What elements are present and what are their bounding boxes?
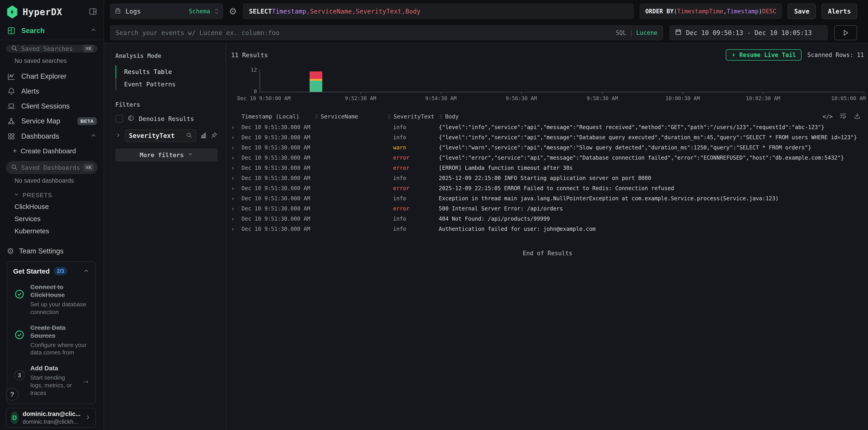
download-icon[interactable]: [854, 112, 861, 121]
shortcut-badge: ⌘K: [83, 164, 94, 171]
lucene-toggle[interactable]: Lucene: [636, 29, 657, 36]
y-axis-tick: 12: [251, 67, 257, 73]
column-timestamp[interactable]: Timestamp (Local): [242, 113, 314, 120]
saved-searches-search[interactable]: ⌘K: [6, 45, 98, 53]
chevron-up-icon[interactable]: [90, 132, 97, 141]
event-search-input[interactable]: [116, 29, 611, 37]
chevron-right-icon[interactable]: [115, 132, 121, 139]
search-icon: [11, 45, 18, 53]
language-toggle[interactable]: SQL | Lucene: [616, 29, 657, 36]
sidebar-item-chart-explorer[interactable]: Chart Explorer: [0, 69, 103, 84]
table-row[interactable]: › Dec 10 9:51:30.000 AM error {"level":"…: [231, 153, 864, 163]
user-card[interactable]: D dominic.tran@clic... dominic.tran@clic…: [6, 408, 96, 428]
presets-toggle[interactable]: PRESETS: [0, 189, 103, 201]
plus-icon: +: [13, 147, 17, 155]
alerts-button[interactable]: Alerts: [822, 4, 857, 19]
chevron-up-icon[interactable]: [83, 267, 90, 275]
row-expand-chevron[interactable]: ›: [231, 226, 242, 232]
table-row[interactable]: › Dec 10 9:51:30.000 AM warn {"level":"w…: [231, 142, 864, 153]
preset-clickhouse[interactable]: ClickHouse: [0, 201, 103, 213]
row-expand-chevron[interactable]: ›: [231, 175, 242, 181]
mode-event-patterns[interactable]: Event Patterns: [115, 78, 218, 91]
table-row[interactable]: › Dec 10 9:51:30.000 AM info Exception i…: [231, 193, 864, 203]
severity-filter-field[interactable]: SeverityText: [125, 129, 196, 142]
row-timestamp: Dec 10 9:51:30.000 AM: [242, 216, 314, 222]
table-row[interactable]: › Dec 10 9:51:30.000 AM info Authenticat…: [231, 224, 864, 234]
create-dashboard-button[interactable]: + Create Dashboard: [0, 144, 103, 157]
sidebar-item-dashboards[interactable]: Dashboards: [0, 129, 103, 144]
preset-services[interactable]: Services: [0, 213, 103, 225]
get-started-step-connect[interactable]: Connect to ClickHouse Set up your databa…: [13, 283, 90, 316]
table-row[interactable]: › Dec 10 9:51:30.000 AM info {"level":"i…: [231, 132, 864, 142]
sidebar-item-label: Chart Explorer: [21, 72, 66, 80]
pin-icon[interactable]: [211, 132, 218, 139]
row-expand-chevron[interactable]: ›: [231, 185, 242, 192]
dashboards-icon: [7, 132, 16, 140]
table-row[interactable]: › Dec 10 9:51:30.000 AM error 2025-12-09…: [231, 183, 864, 193]
row-body: Exception in thread main java.lang.NullP…: [439, 195, 864, 202]
chevron-up-icon[interactable]: [90, 27, 97, 35]
table-row[interactable]: › Dec 10 9:51:30.000 AM error 500 Intern…: [231, 203, 864, 213]
run-search-button[interactable]: [834, 25, 857, 40]
resume-live-tail-button[interactable]: Resume Live Tail: [726, 49, 801, 61]
table-row[interactable]: › Dec 10 9:51:30.000 AM info {"level":"i…: [231, 122, 864, 132]
preset-kubernetes[interactable]: Kubernetes: [0, 225, 103, 237]
column-body[interactable]: Body: [439, 113, 823, 120]
get-started-step-datasources[interactable]: Create Data Sources Configure where your…: [13, 324, 90, 357]
mode-results-table[interactable]: Results Table: [115, 66, 218, 78]
row-severity: warn: [387, 144, 439, 151]
denoise-icon: [128, 115, 134, 123]
table-row[interactable]: › Dec 10 9:51:30.000 AM info 2025-12-09 …: [231, 173, 864, 183]
row-expand-chevron[interactable]: ›: [231, 216, 242, 222]
order-by-input[interactable]: ORDER BY (TimestampTime, Timestamp) DESC: [640, 4, 782, 19]
app-root: HyperDX Search ⌘K No saved searches: [0, 0, 868, 430]
no-saved-dashboards-text: No saved dashboards: [14, 177, 98, 184]
row-expand-chevron[interactable]: ›: [231, 155, 242, 161]
row-expand-chevron[interactable]: ›: [231, 165, 242, 171]
help-button[interactable]: ?: [6, 388, 19, 401]
x-axis-label: 9:58:30 AM: [587, 95, 618, 101]
column-servicename[interactable]: ServiceName: [314, 113, 387, 120]
saved-searches-input[interactable]: [21, 45, 80, 52]
table-row[interactable]: › Dec 10 9:51:30.000 AM info 404 Not Fou…: [231, 213, 864, 224]
presets-label: PRESETS: [23, 192, 52, 198]
row-expand-chevron[interactable]: ›: [231, 144, 242, 151]
denoise-checkbox[interactable]: [115, 115, 123, 123]
save-button[interactable]: Save: [788, 4, 815, 19]
sidebar-item-service-map[interactable]: Service Map BETA: [0, 114, 103, 129]
more-filters-label: More filters: [140, 152, 184, 159]
sql-toggle[interactable]: SQL: [616, 29, 626, 36]
saved-dashboards-search[interactable]: ⌘K: [6, 161, 98, 174]
sidebar-item-search[interactable]: Search: [0, 23, 103, 38]
sidebar-item-team-settings[interactable]: ⚙ Team Settings: [0, 241, 103, 261]
analysis-mode-title: Analysis Mode: [115, 53, 218, 59]
row-expand-chevron[interactable]: ›: [231, 205, 242, 212]
table-row[interactable]: › Dec 10 9:51:30.000 AM error [ERROR] La…: [231, 163, 864, 173]
collapse-sidebar-icon[interactable]: [89, 7, 97, 17]
more-filters-button[interactable]: More filters: [115, 148, 218, 161]
get-started-progress-badge: 2/3: [54, 267, 67, 275]
sidebar-item-client-sessions[interactable]: Client Sessions: [0, 99, 103, 114]
row-body: [ERROR] Lambda function timeout after 30…: [439, 165, 864, 171]
column-severitytext[interactable]: SeverityText: [387, 113, 439, 120]
chart-mini-icon[interactable]: [200, 132, 207, 140]
wrap-lines-icon[interactable]: [839, 112, 847, 121]
severity-filter-row: SeverityText: [115, 129, 218, 142]
get-started-step-add-data[interactable]: 3 Add Data Start sending logs, metrics, …: [13, 364, 90, 397]
search-icon[interactable]: [186, 132, 192, 139]
row-expand-chevron[interactable]: ›: [231, 195, 242, 202]
view-source-icon[interactable]: </>: [823, 113, 833, 120]
row-timestamp: Dec 10 9:51:30.000 AM: [242, 205, 314, 212]
step-title: Add Data: [30, 364, 78, 372]
row-expand-chevron[interactable]: ›: [231, 124, 242, 131]
source-select[interactable]: Logs Schema: [110, 4, 223, 19]
sidebar-item-alerts[interactable]: Alerts: [0, 84, 103, 99]
source-settings-gear-icon[interactable]: ⚙: [229, 7, 237, 16]
row-expand-chevron[interactable]: ›: [231, 134, 242, 141]
date-range-picker[interactable]: Dec 10 09:50:13 - Dec 10 10:05:13: [670, 25, 828, 40]
saved-dashboards-input[interactable]: [21, 164, 80, 171]
row-body: 404 Not Found: /api/products/99999: [439, 216, 864, 222]
select-query-input[interactable]: SELECT Timestamp,ServiceName,SeverityTex…: [243, 4, 634, 19]
event-search-box[interactable]: SQL | Lucene: [110, 25, 663, 40]
logo-row: HyperDX: [0, 0, 103, 23]
